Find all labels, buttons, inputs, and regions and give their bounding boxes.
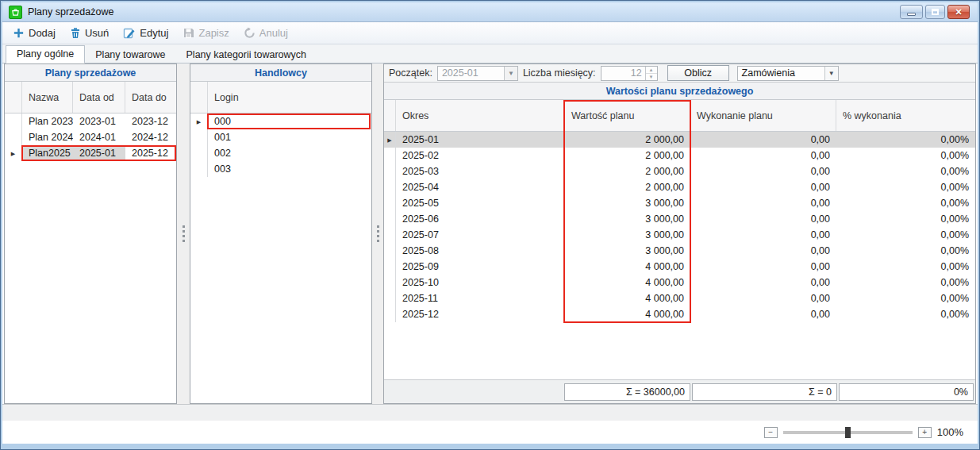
- salesman-row-selected[interactable]: ▶ 000: [190, 113, 371, 129]
- execution-cell[interactable]: 0,00: [690, 306, 836, 322]
- period-cell[interactable]: 2025-10: [396, 275, 565, 290]
- column-header-nazwa[interactable]: Nazwa: [22, 82, 73, 113]
- plan-value-row-selected[interactable]: ▶ 2025-01 2 000,00 0,00 0,00%: [384, 132, 975, 148]
- plan-from-cell[interactable]: 2023-01: [73, 113, 125, 129]
- percent-cell[interactable]: 0,00%: [836, 259, 975, 275]
- period-cell[interactable]: 2025-09: [396, 259, 565, 275]
- add-button[interactable]: Dodaj: [7, 25, 61, 41]
- plan-value-row[interactable]: 2025-12 4 000,00 0,00 0,00%: [384, 306, 975, 322]
- splitter-handle[interactable]: [372, 63, 383, 404]
- execution-cell[interactable]: 0,00: [690, 243, 836, 259]
- minimize-button[interactable]: [900, 5, 923, 19]
- plan-value-row[interactable]: 2025-08 3 000,00 0,00 0,00%: [384, 243, 975, 259]
- percent-cell[interactable]: 0,00%: [836, 148, 975, 163]
- column-header-okres[interactable]: Okres: [396, 100, 565, 131]
- execution-cell[interactable]: 0,00: [690, 290, 836, 306]
- plan-value-cell[interactable]: 3 000,00: [565, 227, 690, 243]
- period-cell[interactable]: 2025-08: [396, 243, 565, 259]
- login-cell[interactable]: 002: [208, 145, 371, 161]
- plan-to-cell[interactable]: 2023-12: [125, 113, 176, 129]
- plan-from-cell[interactable]: 2024-01: [73, 129, 125, 145]
- salesman-row[interactable]: 001: [190, 129, 371, 145]
- salesman-row[interactable]: 002: [190, 145, 371, 161]
- period-cell[interactable]: 2025-01: [396, 132, 565, 148]
- plan-value-row[interactable]: 2025-02 2 000,00 0,00 0,00%: [384, 148, 975, 163]
- maximize-button[interactable]: [925, 5, 945, 19]
- plan-value-row[interactable]: 2025-04 2 000,00 0,00 0,00%: [384, 179, 975, 195]
- plan-name-cell[interactable]: Plan 2023: [22, 113, 73, 129]
- percent-cell[interactable]: 0,00%: [836, 243, 975, 259]
- column-header-procent-wykonania[interactable]: % wykonania: [836, 100, 975, 131]
- plan-value-cell[interactable]: 4 000,00: [565, 259, 690, 275]
- plan-value-row[interactable]: 2025-07 3 000,00 0,00 0,00%: [384, 227, 975, 243]
- plan-value-row[interactable]: 2025-06 3 000,00 0,00 0,00%: [384, 211, 975, 227]
- execution-cell[interactable]: 0,00: [690, 163, 836, 179]
- zoom-in-button[interactable]: +: [918, 427, 932, 438]
- calculate-button[interactable]: Oblicz: [667, 65, 729, 81]
- close-button[interactable]: ✕: [947, 5, 970, 19]
- plan-value-cell[interactable]: 2 000,00: [565, 163, 690, 179]
- column-header-data-do[interactable]: Data do: [125, 82, 176, 113]
- plan-value-cell[interactable]: 2 000,00: [565, 132, 690, 148]
- zoom-slider-handle[interactable]: [845, 427, 851, 438]
- period-cell[interactable]: 2025-02: [396, 148, 565, 163]
- plan-value-row[interactable]: 2025-09 4 000,00 0,00 0,00%: [384, 259, 975, 275]
- period-cell[interactable]: 2025-12: [396, 306, 565, 322]
- percent-cell[interactable]: 0,00%: [836, 211, 975, 227]
- zoom-out-button[interactable]: −: [764, 427, 778, 438]
- column-header-wykonanie-planu[interactable]: Wykonanie planu: [690, 100, 836, 131]
- plan-value-cell[interactable]: 4 000,00: [565, 275, 690, 290]
- execution-cell[interactable]: 0,00: [690, 211, 836, 227]
- percent-cell[interactable]: 0,00%: [836, 195, 975, 211]
- execution-cell[interactable]: 0,00: [690, 148, 836, 163]
- plan-value-row[interactable]: 2025-03 2 000,00 0,00 0,00%: [384, 163, 975, 179]
- column-header-data-od[interactable]: Data od: [73, 82, 125, 113]
- plan-name-cell[interactable]: Plan2025: [22, 145, 73, 161]
- execution-cell[interactable]: 0,00: [690, 195, 836, 211]
- percent-cell[interactable]: 0,00%: [836, 227, 975, 243]
- splitter-handle[interactable]: [177, 63, 190, 404]
- percent-cell[interactable]: 0,00%: [836, 275, 975, 290]
- plan-name-cell[interactable]: Plan 2024: [22, 129, 73, 145]
- plan-value-cell[interactable]: 3 000,00: [565, 195, 690, 211]
- percent-cell[interactable]: 0,00%: [836, 163, 975, 179]
- plan-value-cell[interactable]: 3 000,00: [565, 211, 690, 227]
- plan-row[interactable]: Plan 2024 2024-01 2024-12: [5, 129, 176, 145]
- period-cell[interactable]: 2025-11: [396, 290, 565, 306]
- plan-row-selected[interactable]: ▶ Plan2025 2025-01 2025-12: [5, 145, 176, 161]
- plan-value-cell[interactable]: 4 000,00: [565, 306, 690, 322]
- plan-row[interactable]: Plan 2023 2023-01 2023-12: [5, 113, 176, 129]
- period-cell[interactable]: 2025-04: [396, 179, 565, 195]
- delete-button[interactable]: Usuń: [64, 25, 114, 41]
- percent-cell[interactable]: 0,00%: [836, 132, 975, 148]
- plan-value-cell[interactable]: 2 000,00: [565, 179, 690, 195]
- execution-cell[interactable]: 0,00: [690, 259, 836, 275]
- login-cell[interactable]: 001: [208, 129, 371, 145]
- percent-cell[interactable]: 0,00%: [836, 306, 975, 322]
- plan-to-cell[interactable]: 2025-12: [125, 145, 176, 161]
- plan-value-cell[interactable]: 3 000,00: [565, 243, 690, 259]
- period-cell[interactable]: 2025-07: [396, 227, 565, 243]
- login-cell[interactable]: 000: [208, 113, 371, 129]
- period-cell[interactable]: 2025-03: [396, 163, 565, 179]
- period-cell[interactable]: 2025-06: [396, 211, 565, 227]
- execution-cell[interactable]: 0,00: [690, 227, 836, 243]
- source-select[interactable]: Zamówienia ▼: [737, 66, 839, 81]
- login-cell[interactable]: 003: [208, 161, 371, 177]
- plan-value-row[interactable]: 2025-05 3 000,00 0,00 0,00%: [384, 195, 975, 211]
- edit-button[interactable]: Edytuj: [117, 25, 174, 41]
- execution-cell[interactable]: 0,00: [690, 132, 836, 148]
- column-header-wartosc-planu[interactable]: Wartość planu: [565, 100, 690, 131]
- zoom-slider[interactable]: [783, 431, 913, 434]
- plan-value-cell[interactable]: 2 000,00: [565, 148, 690, 163]
- period-cell[interactable]: 2025-05: [396, 195, 565, 211]
- tab-plany-towarowe[interactable]: Plany towarowe: [85, 47, 175, 63]
- execution-cell[interactable]: 0,00: [690, 275, 836, 290]
- column-header-login[interactable]: Login: [208, 82, 371, 113]
- plan-from-cell[interactable]: 2025-01: [73, 145, 125, 161]
- plan-to-cell[interactable]: 2024-12: [125, 129, 176, 145]
- salesman-row[interactable]: 003: [190, 161, 371, 177]
- tab-plany-ogolne[interactable]: Plany ogólne: [6, 45, 85, 63]
- plan-value-row[interactable]: 2025-11 4 000,00 0,00 0,00%: [384, 290, 975, 306]
- plan-value-cell[interactable]: 4 000,00: [565, 290, 690, 306]
